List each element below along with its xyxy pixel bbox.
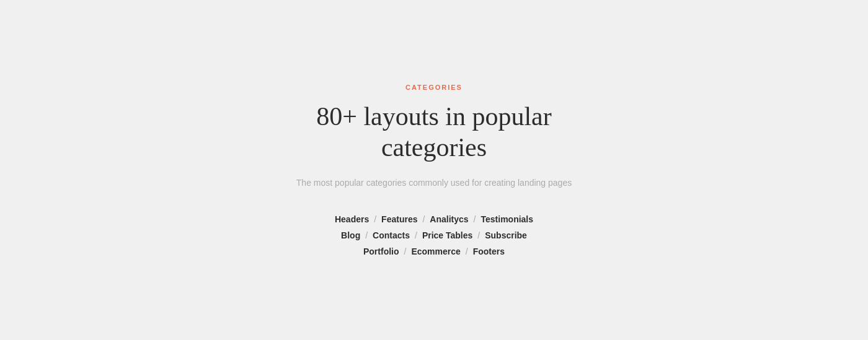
link-testimonials[interactable]: Testimonials <box>481 214 534 224</box>
separator: / <box>374 214 376 224</box>
separator: / <box>422 214 425 224</box>
separator: / <box>466 246 468 256</box>
link-subscribe[interactable]: Subscribe <box>485 230 527 240</box>
link-contacts[interactable]: Contacts <box>373 230 410 240</box>
category-row-1: Headers / Features / Analitycs / Testimo… <box>335 214 533 224</box>
category-row-2: Blog / Contacts / Price Tables / Subscri… <box>341 230 527 240</box>
link-headers[interactable]: Headers <box>335 214 369 224</box>
separator: / <box>415 230 417 240</box>
link-price-tables[interactable]: Price Tables <box>422 230 472 240</box>
link-portfolio[interactable]: Portfolio <box>363 246 399 256</box>
categories-section: CATEGORIES 80+ layouts in popular catego… <box>279 84 589 256</box>
separator: / <box>365 230 368 240</box>
link-analitycs[interactable]: Analitycs <box>430 214 468 224</box>
separator: / <box>404 246 407 256</box>
categories-links-container: Headers / Features / Analitycs / Testimo… <box>279 214 589 256</box>
link-footers[interactable]: Footers <box>473 246 505 256</box>
section-subtitle: The most popular categories commonly use… <box>279 176 589 190</box>
separator: / <box>477 230 480 240</box>
link-ecommerce[interactable]: Ecommerce <box>411 246 460 256</box>
separator: / <box>474 214 476 224</box>
section-heading: 80+ layouts in popular categories <box>279 101 589 163</box>
section-category-label: CATEGORIES <box>279 84 589 91</box>
link-blog[interactable]: Blog <box>341 230 360 240</box>
link-features[interactable]: Features <box>381 214 417 224</box>
category-row-3: Portfolio / Ecommerce / Footers <box>363 246 505 256</box>
